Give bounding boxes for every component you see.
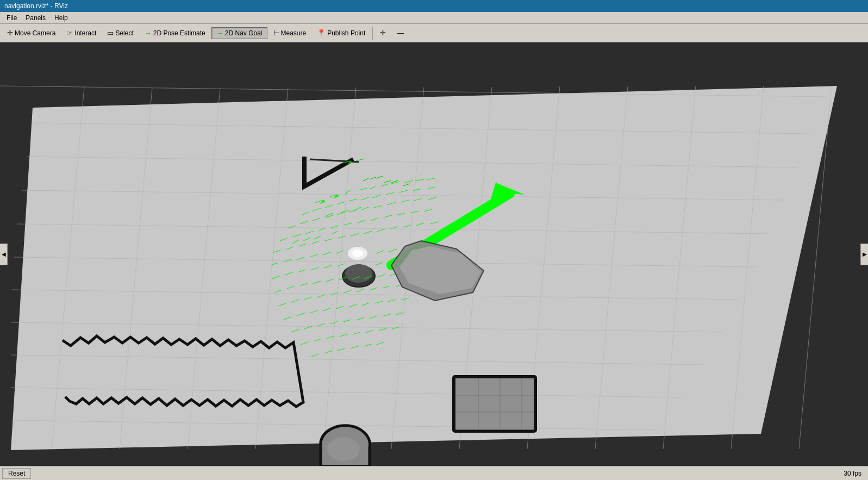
publish-point-button[interactable]: 📍 Publish Point [312, 27, 370, 39]
select-button[interactable]: ▭ Select [102, 27, 138, 39]
menu-file[interactable]: File [2, 13, 21, 23]
viewport[interactable]: ◀ ▶ [0, 42, 868, 466]
right-toggle-icon: ▶ [863, 251, 867, 257]
plus-button[interactable]: ✛ [375, 27, 391, 39]
measure-button[interactable]: ⊢ Measure [268, 27, 311, 39]
move-camera-label: Move Camera [15, 29, 55, 37]
select-label: Select [115, 29, 133, 37]
obstacle-bottom-center [321, 426, 370, 466]
nav-goal-label: 2D Nav Goal [225, 29, 263, 37]
menu-help[interactable]: Help [50, 13, 72, 23]
toolbar: ✛ Move Camera ☞ Interact ▭ Select → 2D P… [0, 24, 868, 42]
move-camera-button[interactable]: ✛ Move Camera [2, 27, 60, 39]
title-text: navigation.rviz* - RViz [4, 2, 68, 10]
obstacle-lower-right [454, 377, 535, 431]
fps-display: 30 fps [844, 470, 866, 477]
menu-panels[interactable]: Panels [21, 13, 50, 23]
interact-button[interactable]: ☞ Interact [61, 27, 101, 39]
toolbar-separator [372, 27, 373, 40]
interact-icon: ☞ [66, 29, 73, 36]
left-panel-toggle[interactable]: ◀ [0, 244, 8, 265]
measure-label: Measure [281, 29, 307, 37]
scene-svg[interactable] [0, 42, 868, 466]
measure-icon: ⊢ [273, 29, 279, 36]
pose-estimate-icon: → [145, 29, 152, 36]
nav-goal-icon: → [216, 29, 223, 36]
svg-point-181 [327, 437, 360, 461]
plus-icon: ✛ [380, 29, 386, 36]
publish-point-label: Publish Point [327, 29, 365, 37]
pose-estimate-label: 2D Pose Estimate [153, 29, 205, 37]
pose-estimate-button[interactable]: → 2D Pose Estimate [140, 27, 210, 39]
select-icon: ▭ [107, 29, 114, 36]
title-bar: navigation.rviz* - RViz [0, 0, 868, 12]
nav-goal-button[interactable]: → 2D Nav Goal [211, 27, 267, 39]
minus-icon: — [397, 29, 404, 36]
left-toggle-icon: ◀ [2, 251, 6, 257]
reset-button[interactable]: Reset [2, 468, 31, 479]
minus-button[interactable]: — [392, 27, 409, 39]
interact-label: Interact [74, 29, 96, 37]
move-camera-icon: ✛ [7, 29, 13, 36]
status-bar: Reset 30 fps [0, 466, 868, 480]
laser-origin-bright [352, 250, 363, 257]
right-panel-toggle[interactable]: ▶ [860, 244, 868, 265]
menu-bar: File Panels Help [0, 12, 868, 24]
robot-body [345, 264, 372, 283]
publish-point-icon: 📍 [317, 29, 326, 36]
